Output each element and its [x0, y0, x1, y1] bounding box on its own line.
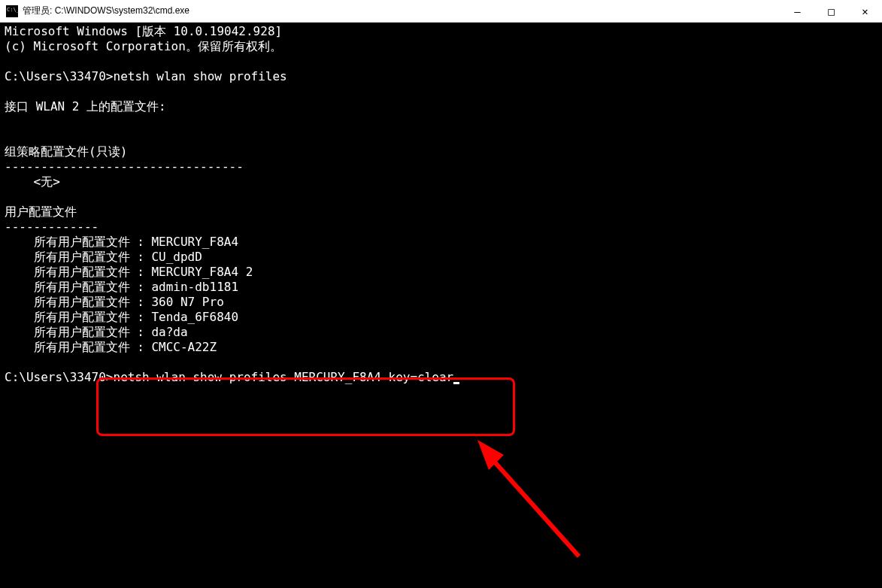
prompt: C:\Users\33470> — [5, 69, 114, 83]
profile-value: 360 N7 Pro — [151, 295, 223, 309]
interface-header: 接口 WLAN 2 上的配置文件: — [5, 99, 166, 114]
divider: ------------- — [5, 220, 99, 234]
titlebar[interactable]: 管理员: C:\WINDOWS\system32\cmd.exe — □ ✕ — [0, 0, 882, 23]
profile-label: 所有用户配置文件 : — [5, 250, 151, 264]
version-line: Microsoft Windows [版本 10.0.19042.928] — [5, 24, 282, 38]
profile-value: admin-db1181 — [151, 280, 238, 294]
cmd-icon — [6, 5, 18, 17]
profile-label: 所有用户配置文件 : — [5, 325, 151, 339]
profile-label: 所有用户配置文件 : — [5, 280, 151, 294]
copyright-line: (c) Microsoft Corporation。保留所有权利。 — [5, 39, 282, 53]
user-profiles-header: 用户配置文件 — [5, 205, 77, 219]
profile-label: 所有用户配置文件 : — [5, 310, 151, 324]
annotation-arrow — [466, 429, 594, 564]
profile-label: 所有用户配置文件 : — [5, 295, 151, 309]
profile-value: CMCC-A22Z — [151, 340, 217, 354]
svg-marker-2 — [477, 440, 504, 470]
svg-line-1 — [485, 451, 579, 556]
profile-label: 所有用户配置文件 : — [5, 235, 151, 249]
command-input: netsh wlan show profiles — [114, 69, 287, 83]
group-policy-none: <无> — [5, 174, 60, 189]
profile-value: CU_dpdD — [151, 250, 202, 264]
maximize-button[interactable]: □ — [814, 0, 848, 22]
cursor — [453, 382, 459, 384]
window-controls: — □ ✕ — [780, 0, 882, 22]
terminal-area[interactable]: Microsoft Windows [版本 10.0.19042.928] (c… — [0, 23, 882, 386]
command-input: netsh wlan show profiles MERCURY_F8A4 ke… — [114, 370, 454, 384]
profile-value: da?da — [151, 325, 187, 339]
minimize-button[interactable]: — — [780, 0, 814, 22]
divider: --------------------------------- — [5, 159, 244, 174]
profile-value: Tenda_6F6840 — [151, 310, 238, 324]
profile-label: 所有用户配置文件 : — [5, 340, 151, 354]
profile-label: 所有用户配置文件 : — [5, 265, 151, 279]
profile-value: MERCURY_F8A4 2 — [151, 265, 253, 279]
profile-value: MERCURY_F8A4 — [151, 235, 238, 249]
window-title: 管理员: C:\WINDOWS\system32\cmd.exe — [23, 5, 189, 17]
group-policy-header: 组策略配置文件(只读) — [5, 144, 127, 159]
close-button[interactable]: ✕ — [848, 0, 882, 22]
prompt: C:\Users\33470> — [5, 370, 114, 384]
